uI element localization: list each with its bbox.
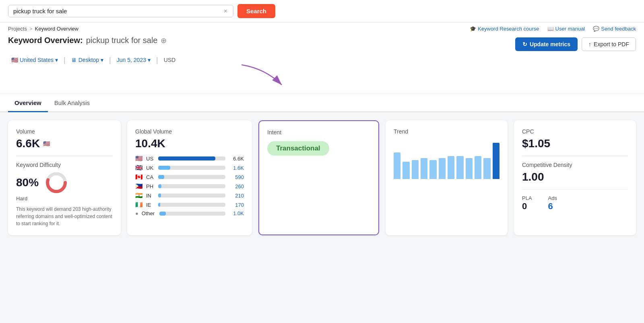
send-feedback-link[interactable]: 💬 Send feedback [593, 26, 636, 32]
page-header: Keyword Overview: pickup truck for sale … [0, 32, 644, 51]
trend-bar-9 [475, 156, 481, 179]
bar-track-other [159, 212, 225, 216]
intent-label: Intent [267, 129, 370, 136]
date-chevron-icon: ▾ [148, 57, 151, 63]
kd-value: 80% [16, 176, 39, 189]
breadcrumb-current: Keyword Overview [35, 26, 78, 32]
volume-divider [16, 156, 113, 156]
breadcrumb-bar: Projects > Keyword Overview 🎓 Keyword Re… [0, 23, 644, 32]
top-bar: × Search [0, 0, 644, 23]
country-ie: IE [146, 202, 155, 208]
breadcrumb-projects[interactable]: Projects [8, 26, 27, 32]
trend-bar-10 [483, 158, 490, 179]
cpc-competitive-card: CPC $1.05 Competitive Density 1.00 PLA 0… [514, 120, 636, 235]
feedback-label: Send feedback [601, 26, 636, 32]
update-metrics-button[interactable]: ↻ Update metrics [515, 37, 578, 51]
country-uk: UK [146, 165, 155, 171]
bar-fill-other [159, 212, 166, 216]
cards-row: Volume 6.6K 🇺🇸 Keyword Difficulty 80% [8, 120, 636, 235]
device-filter[interactable]: 🖥 Desktop ▾ [68, 55, 107, 65]
search-wrapper: × [8, 5, 233, 17]
bar-value-other: 1.0K [229, 210, 244, 216]
flag-ph: 🇵🇭 [135, 183, 143, 190]
country-bars: 🇺🇸 US 6.6K 🇬🇧 UK 1.6K [135, 155, 244, 216]
flag-in: 🇮🇳 [135, 192, 143, 199]
cpc-divider [522, 156, 628, 156]
top-links: 🎓 Keyword Research course 📖 User manual … [470, 26, 636, 32]
filter-separator-2: | [109, 56, 111, 64]
pla-col: PLA 0 [522, 195, 532, 212]
trend-bar-4 [429, 160, 436, 179]
pla-value: 0 [522, 201, 532, 212]
page-title-label: Keyword Overview: [8, 36, 83, 45]
country-other: Other [142, 210, 156, 216]
flag-uk: 🇬🇧 [135, 164, 143, 171]
date-filter[interactable]: Jun 5, 2023 ▾ [114, 55, 154, 65]
volume-card: Volume 6.6K 🇺🇸 Keyword Difficulty 80% [8, 120, 121, 235]
search-button[interactable]: Search [237, 4, 275, 18]
volume-row: 6.6K 🇺🇸 [16, 137, 113, 150]
intent-card: Intent Transactional [258, 120, 379, 235]
bar-track-in [158, 193, 225, 198]
main-content: Volume 6.6K 🇺🇸 Keyword Difficulty 80% [0, 112, 644, 243]
bar-row-other: ● Other 1.0K [135, 210, 244, 216]
bar-fill-ph [158, 184, 161, 188]
trend-bar-6 [448, 156, 454, 179]
country-label: United States [20, 57, 54, 63]
pla-label: PLA [522, 195, 532, 201]
trend-label: Trend [394, 128, 500, 135]
ads-label: Ads [548, 195, 557, 201]
flag-other: ● [135, 210, 138, 216]
bar-fill-ie [158, 203, 160, 207]
kd-row: 80% [16, 171, 113, 195]
trend-bar-11 [493, 143, 500, 179]
bar-value-in: 210 [229, 193, 244, 199]
search-input[interactable] [13, 8, 220, 14]
country-chevron-icon: ▾ [55, 57, 58, 63]
country-filter[interactable]: 🇺🇸 United States ▾ [8, 55, 61, 65]
export-pdf-button[interactable]: ↑ Export to PDF [582, 37, 636, 51]
header-actions: ↻ Update metrics ↑ Export to PDF [515, 37, 636, 51]
bar-row-ca: 🇨🇦 CA 590 [135, 173, 244, 181]
add-keyword-icon[interactable]: ⊕ [161, 36, 167, 45]
keyword-course-link[interactable]: 🎓 Keyword Research course [470, 26, 539, 32]
country-us: US [146, 156, 155, 162]
bar-track-us [158, 156, 225, 160]
ads-col: Ads 6 [548, 195, 557, 212]
course-label: Keyword Research course [478, 26, 539, 32]
kd-section: Keyword Difficulty 80% Hard This keyword… [16, 162, 113, 227]
bar-row-ie: 🇮🇪 IE 170 [135, 201, 244, 208]
cpc-value: $1.05 [522, 137, 628, 150]
user-manual-link[interactable]: 📖 User manual [547, 26, 585, 32]
us-flag-volume: 🇺🇸 [43, 140, 50, 147]
breadcrumb-separator: > [29, 26, 33, 32]
pla-ads-row: PLA 0 Ads 6 [522, 195, 628, 212]
trend-bar-5 [439, 158, 446, 179]
trend-bar-1 [402, 162, 409, 179]
country-ca: CA [146, 174, 155, 180]
bar-value-ca: 590 [229, 174, 244, 180]
trend-bars [394, 139, 500, 179]
device-label: Desktop [78, 57, 99, 63]
trend-card: Trend [386, 120, 508, 235]
device-chevron-icon: ▾ [101, 57, 103, 63]
update-metrics-label: Update metrics [530, 41, 570, 47]
global-volume-label: Global Volume [135, 128, 244, 135]
export-label: Export to PDF [594, 41, 629, 47]
manual-label: User manual [555, 26, 585, 32]
tab-overview[interactable]: Overview [8, 95, 48, 112]
bar-row-us: 🇺🇸 US 6.6K [135, 155, 244, 162]
ads-value: 6 [548, 201, 557, 212]
tab-bulk-analysis[interactable]: Bulk Analysis [48, 95, 96, 112]
bar-value-ph: 260 [229, 183, 244, 189]
export-icon: ↑ [588, 41, 591, 47]
currency-label: USD [161, 55, 179, 65]
flag-ie: 🇮🇪 [135, 201, 143, 208]
page-title-area: Keyword Overview: pickup truck for sale … [8, 36, 167, 45]
flag-ca: 🇨🇦 [135, 173, 143, 181]
refresh-icon: ↻ [522, 41, 527, 47]
global-volume-value: 10.4K [135, 137, 244, 150]
global-volume-card: Global Volume 10.4K 🇺🇸 US 6.6K 🇬🇧 UK [127, 120, 252, 235]
search-clear-button[interactable]: × [223, 8, 228, 14]
date-label: Jun 5, 2023 [117, 57, 146, 63]
